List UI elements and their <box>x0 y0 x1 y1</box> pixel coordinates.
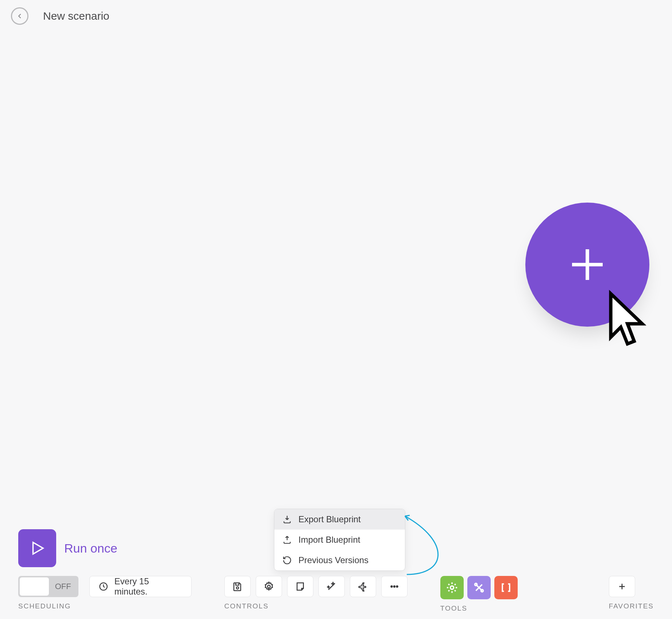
tool-tools-button[interactable] <box>467 576 491 599</box>
note-icon <box>295 581 306 592</box>
svg-point-7 <box>394 586 395 587</box>
controls-label: CONTROLS <box>224 602 408 610</box>
add-module-button[interactable] <box>525 203 649 327</box>
tool-flow-control-button[interactable] <box>440 576 464 599</box>
svg-point-8 <box>396 586 398 587</box>
tool-text-parser-button[interactable] <box>494 576 518 599</box>
save-button[interactable] <box>224 576 251 597</box>
schedule-interval-text: Every 15 minutes. <box>115 576 182 597</box>
arrow-left-icon <box>16 12 24 20</box>
header: New scenario <box>11 7 109 25</box>
run-once-button[interactable]: Run once <box>18 529 117 567</box>
play-icon <box>29 540 46 557</box>
page-title: New scenario <box>43 10 109 22</box>
gear-solid-icon <box>446 581 458 594</box>
back-button[interactable] <box>11 7 28 25</box>
auto-align-button[interactable] <box>318 576 345 597</box>
scheduling-group: OFF Every 15 minutes. SCHEDULING <box>18 576 192 610</box>
brackets-icon <box>500 581 512 594</box>
magic-wand-icon <box>326 581 337 592</box>
play-icon-box <box>18 529 56 567</box>
controls-group: CONTROLS <box>224 576 408 610</box>
bottom-toolbar: Run once OFF Every 15 minutes. SCHEDULIN… <box>18 529 654 612</box>
toggle-state-label: OFF <box>49 582 77 591</box>
toggle-knob <box>20 577 49 596</box>
save-icon <box>232 581 243 592</box>
menu-item-label: Export Blueprint <box>298 514 361 524</box>
svg-point-6 <box>391 586 392 587</box>
tools-group: TOOLS <box>440 576 518 612</box>
svg-point-5 <box>267 585 270 588</box>
favorites-group: FAVORITES <box>609 576 654 610</box>
ellipsis-icon <box>389 581 400 592</box>
svg-point-9 <box>450 586 453 589</box>
note-button[interactable] <box>287 576 313 597</box>
svg-point-4 <box>236 587 239 589</box>
clock-icon <box>99 581 108 592</box>
airplane-icon <box>358 581 368 592</box>
favorites-label: FAVORITES <box>609 602 654 610</box>
add-favorite-button[interactable] <box>609 576 635 597</box>
settings-button[interactable] <box>256 576 282 597</box>
svg-marker-2 <box>33 542 43 554</box>
wrench-cross-icon <box>473 581 485 594</box>
scheduling-toggle[interactable]: OFF <box>18 576 78 597</box>
gear-icon <box>263 581 274 592</box>
tools-label: TOOLS <box>440 604 518 612</box>
explain-flow-button[interactable] <box>350 576 376 597</box>
more-button[interactable] <box>381 576 408 597</box>
plus-icon <box>565 243 609 287</box>
scheduling-label: SCHEDULING <box>18 602 192 610</box>
schedule-interval-button[interactable]: Every 15 minutes. <box>89 576 191 597</box>
run-once-label: Run once <box>64 541 117 555</box>
download-icon <box>282 515 292 524</box>
menu-item-export-blueprint[interactable]: Export Blueprint <box>274 509 405 530</box>
plus-small-icon <box>617 582 627 591</box>
